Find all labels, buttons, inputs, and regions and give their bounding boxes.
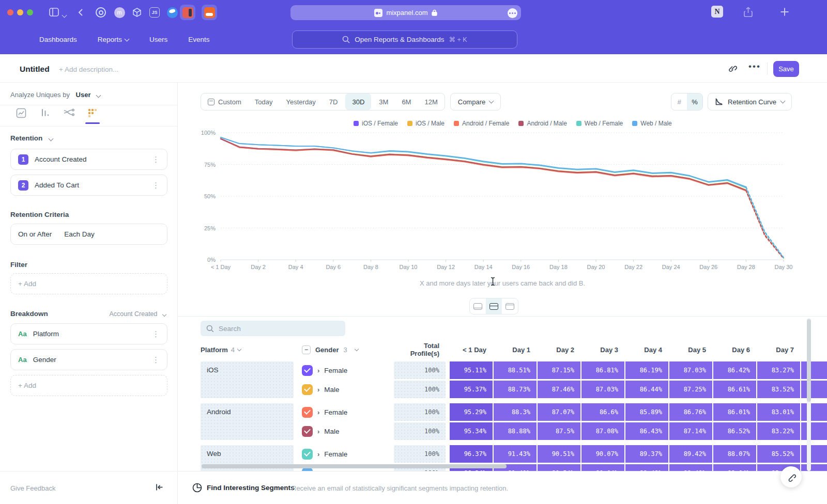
total-profiles-header[interactable]: Total Profile(s) [394, 342, 446, 357]
retention-criteria-card[interactable]: On or After Each Day [10, 224, 167, 245]
range-6m[interactable]: 6M [395, 93, 418, 110]
retention-step-card[interactable]: 2Added To Cart⋮ [10, 175, 167, 196]
retention-value-cell[interactable]: 83.22% [757, 422, 800, 440]
day-column-header[interactable]: Day 1 [494, 346, 537, 354]
retention-value-cell[interactable]: 90.51% [538, 445, 580, 463]
retention-value-cell[interactable]: 96.37% [450, 445, 493, 463]
kebab-menu-icon[interactable]: ⋮ [152, 355, 160, 365]
extension-notes-app-icon[interactable] [180, 5, 195, 20]
extension-cube-icon[interactable] [129, 5, 145, 20]
retention-value-cell[interactable]: 87.03% [581, 381, 624, 398]
retention-value-cell[interactable]: 88.07% [713, 445, 756, 463]
range-yesterday[interactable]: Yesterday [280, 93, 323, 110]
analyze-uniques-row[interactable]: Analyze Uniques by User [10, 91, 100, 99]
kebab-menu-icon[interactable]: ⋮ [152, 181, 160, 190]
retention-value-cell[interactable]: 83.27% [757, 361, 800, 379]
global-search-button[interactable]: Open Reports & Dashboards ⌘ + K [292, 30, 517, 49]
nav-item-events[interactable]: Events [188, 36, 209, 43]
retention-value-cell[interactable]: 95.29% [450, 403, 493, 421]
retention-value-cell[interactable]: 88.51% [494, 361, 537, 379]
gender-checkbox[interactable] [302, 449, 313, 460]
retention-value-cell[interactable]: 87.03% [669, 361, 712, 379]
expand-chevron-icon[interactable]: › [317, 386, 319, 393]
retention-value-cell[interactable]: 83.52% [757, 381, 800, 398]
filter-add-button[interactable]: + Add [10, 273, 167, 294]
legend-item[interactable]: Android / Male [518, 120, 566, 127]
extension-globe-icon[interactable] [164, 5, 180, 20]
retention-value-cell[interactable]: 85.89% [625, 403, 668, 421]
legend-item[interactable]: iOS / Female [354, 120, 398, 127]
criteria-each-day[interactable]: Each Day [64, 230, 95, 238]
select-all-checkbox[interactable]: − [302, 345, 311, 354]
tab-line-chart-icon[interactable] [16, 107, 27, 119]
expand-chevron-icon[interactable]: › [317, 450, 319, 458]
retention-value-cell[interactable]: 90.07% [581, 445, 624, 463]
retention-value-cell[interactable]: 86.52% [713, 422, 756, 440]
day-column-header[interactable]: Day 5 [669, 346, 712, 354]
breakdown-add-button[interactable]: + Add [10, 375, 167, 396]
back-icon[interactable] [76, 8, 86, 19]
gender-checkbox[interactable] [302, 365, 313, 376]
extension-js-icon[interactable]: JS [147, 5, 162, 20]
retention-value-cell[interactable]: 90.54% [538, 464, 580, 471]
retention-value-cell[interactable]: 87.5% [538, 422, 580, 440]
retention-value-cell[interactable]: 87.14% [669, 422, 712, 440]
retention-value-cell[interactable]: 86.42% [713, 361, 756, 379]
address-bar[interactable]: mixpanel.com [290, 5, 521, 20]
new-tab-icon[interactable] [779, 7, 790, 19]
layout-split-button[interactable] [486, 298, 502, 314]
retention-value-cell[interactable]: 86.01% [713, 403, 756, 421]
legend-item[interactable]: Web / Male [632, 120, 671, 127]
retention-value-cell[interactable]: 95.37% [450, 381, 493, 398]
retention-value-cell[interactable]: 95.11% [450, 361, 493, 379]
range-custom[interactable]: Custom [201, 93, 248, 110]
retention-chart[interactable]: 100%75%50%25%0%< 1 DayDay 2Day 4Day 6Day… [201, 128, 806, 280]
collapse-sidebar-icon[interactable] [155, 483, 164, 494]
retention-value-cell[interactable]: 86.43% [625, 422, 668, 440]
unit-percent-toggle[interactable]: % [687, 93, 702, 110]
table-search-input[interactable]: Search [201, 321, 345, 336]
extension-target-icon[interactable] [93, 5, 109, 20]
platform-column-header[interactable]: Platform 4 [201, 346, 294, 354]
tab-flow-icon[interactable] [63, 107, 74, 119]
extension-soundcloud-icon[interactable] [202, 5, 217, 20]
day-column-header[interactable]: Day 6 [713, 346, 756, 354]
expand-chevron-icon[interactable]: › [317, 408, 319, 416]
traffic-light-close[interactable] [7, 9, 13, 15]
traffic-light-zoom[interactable] [27, 9, 33, 15]
day-column-header[interactable]: Day 7 [757, 346, 800, 354]
retention-value-cell[interactable]: 88.3% [494, 403, 537, 421]
nav-item-reports[interactable]: Reports [98, 36, 129, 43]
analyze-value[interactable]: User [76, 91, 91, 99]
breakdown-card[interactable]: AaGender⋮ [10, 349, 167, 370]
retention-section-header[interactable]: Retention [10, 134, 53, 142]
retention-value-cell[interactable]: 85.52% [757, 445, 800, 463]
gender-checkbox[interactable] [302, 407, 313, 418]
retention-value-cell[interactable]: 83.01% [757, 403, 800, 421]
range-12m[interactable]: 12M [418, 93, 444, 110]
range-7d[interactable]: 7D [323, 93, 345, 110]
retention-value-cell[interactable]: 89.37% [625, 445, 668, 463]
give-feedback-link[interactable]: Give Feedback [10, 484, 55, 492]
retention-value-cell[interactable]: 89.48% [669, 464, 712, 471]
retention-step-card[interactable]: 1Account Created⋮ [10, 149, 167, 170]
day-column-header[interactable]: Day 2 [538, 346, 580, 354]
unit-count-toggle[interactable]: # [671, 93, 687, 110]
tab-retention-icon[interactable] [87, 107, 98, 119]
range-30d[interactable]: 30D [345, 93, 371, 110]
retention-value-cell[interactable]: 90.04% [581, 464, 624, 471]
retention-value-cell[interactable]: 86.76% [669, 403, 712, 421]
range-today[interactable]: Today [248, 93, 280, 110]
layout-table-only-button[interactable] [502, 298, 518, 314]
range-3m[interactable]: 3M [372, 93, 395, 110]
horizontal-scrollbar[interactable] [202, 464, 507, 468]
save-button[interactable]: Save [773, 61, 799, 77]
traffic-light-minimize[interactable] [17, 9, 23, 15]
breakdown-card[interactable]: AaPlatform⋮ [10, 323, 167, 344]
nav-item-users[interactable]: Users [149, 36, 167, 43]
report-title[interactable]: Untitled [20, 65, 50, 74]
retention-value-cell[interactable]: 87.08% [581, 422, 624, 440]
notion-app-icon[interactable]: N [711, 6, 723, 18]
gender-column-header[interactable]: − Gender 3 [295, 345, 393, 354]
retention-value-cell[interactable]: 87.25% [669, 381, 712, 398]
